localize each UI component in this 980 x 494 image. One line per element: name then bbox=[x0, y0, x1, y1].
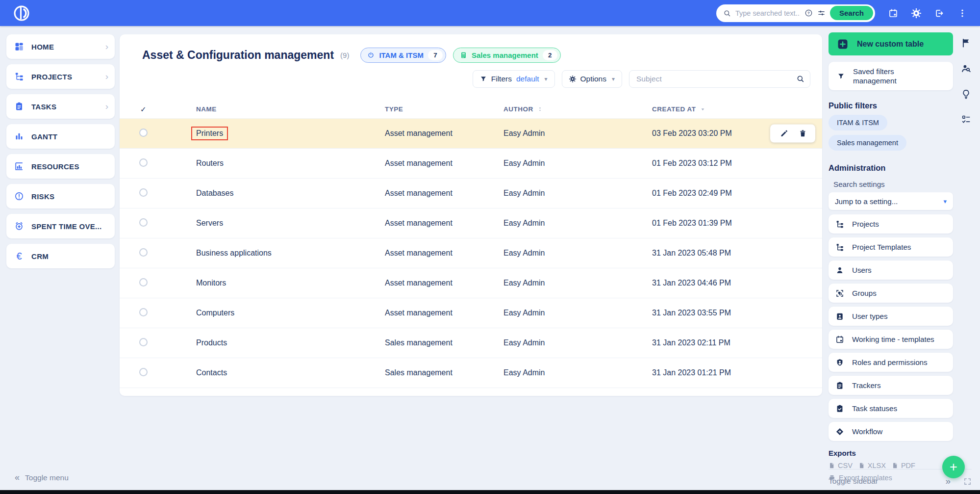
admin-shortcut-button[interactable]: Users bbox=[829, 260, 953, 280]
public-filter-pill[interactable]: Sales management bbox=[829, 135, 906, 151]
column-header[interactable]: TYPE bbox=[375, 105, 494, 113]
public-filter-pill[interactable]: ITAM & ITSM bbox=[829, 115, 887, 130]
row-select-radio[interactable] bbox=[139, 278, 148, 286]
rail-icon[interactable] bbox=[961, 38, 971, 48]
row-select-radio[interactable] bbox=[139, 248, 148, 257]
row-type: Asset management bbox=[375, 309, 494, 317]
options-button[interactable]: Options ▾ bbox=[562, 70, 622, 88]
row-name-link[interactable]: Databases bbox=[196, 189, 234, 198]
row-name-link[interactable]: Servers bbox=[196, 219, 223, 228]
admin-shortcut-button[interactable]: Working time - templates bbox=[829, 330, 953, 349]
admin-shortcut-icon bbox=[835, 404, 845, 413]
sort-icon[interactable] bbox=[700, 106, 706, 112]
delete-icon[interactable] bbox=[799, 130, 807, 138]
table-row[interactable]: Monitors Asset management Easy Admin 31 … bbox=[120, 268, 822, 298]
advanced-search-icon[interactable] bbox=[817, 9, 826, 17]
row-name-link[interactable]: Computers bbox=[196, 309, 234, 317]
sidebar-item[interactable]: SPENT TIME OVE... bbox=[6, 214, 115, 238]
sidebar-item-label: PROJECTS bbox=[31, 73, 72, 81]
table-row[interactable]: Servers Asset management Easy Admin 01 F… bbox=[120, 208, 822, 238]
table-row[interactable]: Computers Asset management Easy Admin 31… bbox=[120, 298, 822, 328]
sidebar-item[interactable]: RISKS bbox=[6, 184, 115, 208]
toggle-sidebar-label[interactable]: Toggle sidebar bbox=[829, 477, 878, 486]
row-select-radio[interactable] bbox=[139, 158, 148, 167]
sidebar-item-icon bbox=[14, 102, 25, 111]
filter-tag[interactable]: ITAM & ITSM 7 bbox=[360, 48, 446, 63]
row-created-at: 01 Feb 2023 02:49 PM bbox=[642, 189, 822, 198]
row-name-link[interactable]: Monitors bbox=[196, 279, 226, 287]
search-help-icon[interactable]: ? bbox=[804, 9, 813, 17]
toggle-menu[interactable]: « Toggle menu bbox=[15, 472, 69, 483]
search-button[interactable]: Search bbox=[830, 6, 873, 20]
table-row[interactable]: Routers Asset management Easy Admin 01 F… bbox=[120, 149, 822, 179]
column-header[interactable]: CREATED AT bbox=[642, 105, 822, 113]
column-header[interactable]: NAME bbox=[186, 105, 375, 113]
admin-shortcut-button[interactable]: Trackers bbox=[829, 376, 953, 395]
export-format-link[interactable]: PDF bbox=[892, 462, 915, 469]
subject-search-input[interactable] bbox=[629, 70, 810, 88]
row-created-at: 31 Jan 2023 01:21 PM bbox=[642, 368, 822, 377]
rail-icon[interactable] bbox=[961, 114, 971, 125]
row-author: Easy Admin bbox=[494, 129, 642, 138]
export-format-link[interactable]: CSV bbox=[829, 462, 853, 469]
admin-shortcut-button[interactable]: Project Templates bbox=[829, 237, 953, 257]
saved-filters-button[interactable]: Saved filters management bbox=[829, 62, 953, 90]
row-select-radio[interactable] bbox=[139, 338, 148, 346]
filters-button[interactable]: Filters default ▾ bbox=[473, 70, 555, 88]
rail-icon[interactable] bbox=[961, 63, 971, 74]
logout-icon[interactable] bbox=[934, 8, 944, 18]
edit-icon[interactable] bbox=[780, 130, 788, 138]
new-custom-table-button[interactable]: New custom table bbox=[829, 32, 953, 55]
jump-to-setting-select[interactable]: Jump to a setting... ▾ bbox=[829, 192, 953, 210]
filter-tag[interactable]: Sales management 2 bbox=[453, 48, 561, 63]
row-select-radio[interactable] bbox=[139, 218, 148, 227]
sidebar-item-icon bbox=[14, 72, 25, 81]
left-sidebar: HOME › PROJECTS › TASKS › GANTT bbox=[6, 34, 115, 274]
row-select-radio[interactable] bbox=[139, 129, 148, 137]
rail-icon[interactable] bbox=[961, 89, 971, 99]
row-name-link[interactable]: Routers bbox=[196, 159, 224, 168]
table-row[interactable]: Business applications Asset management E… bbox=[120, 238, 822, 268]
row-name-link[interactable]: Printers bbox=[191, 127, 228, 140]
admin-shortcut-button[interactable]: Workflow bbox=[829, 422, 953, 441]
row-name-link[interactable]: Products bbox=[196, 338, 227, 347]
new-custom-table-label: New custom table bbox=[857, 40, 924, 49]
admin-shortcut-button[interactable]: User types bbox=[829, 307, 953, 326]
export-format-label: CSV bbox=[838, 462, 853, 469]
table-row[interactable]: Products Sales management Easy Admin 31 … bbox=[120, 328, 822, 358]
search-icon[interactable] bbox=[796, 75, 804, 83]
row-author: Easy Admin bbox=[494, 338, 642, 347]
admin-shortcut-button[interactable]: Task statuses bbox=[829, 399, 953, 418]
calendar-icon[interactable] bbox=[888, 8, 898, 18]
table-row[interactable]: Printers Asset management Easy Admin 03 … bbox=[120, 119, 822, 149]
sidebar-item[interactable]: € CRM bbox=[6, 244, 115, 268]
fullscreen-icon[interactable] bbox=[963, 477, 972, 486]
sidebar-item[interactable]: PROJECTS › bbox=[6, 64, 115, 89]
select-all-check[interactable]: ✓ bbox=[140, 105, 186, 114]
row-name-link[interactable]: Business applications bbox=[196, 249, 272, 258]
row-type: Asset management bbox=[375, 189, 494, 198]
table-row[interactable]: Databases Asset management Easy Admin 01… bbox=[120, 179, 822, 208]
settings-icon[interactable] bbox=[911, 8, 921, 18]
admin-shortcut-button[interactable]: Groups bbox=[829, 284, 953, 303]
table-row[interactable]: Contacts Sales management Easy Admin 31 … bbox=[120, 358, 822, 388]
sort-icon[interactable] bbox=[537, 106, 543, 112]
row-name-link[interactable]: Contacts bbox=[196, 368, 227, 377]
sidebar-item[interactable]: GANTT bbox=[6, 124, 115, 149]
row-select-radio[interactable] bbox=[139, 368, 148, 376]
export-format-link[interactable]: XLSX bbox=[858, 462, 886, 469]
sidebar-item[interactable]: HOME › bbox=[6, 34, 115, 59]
more-menu-icon[interactable] bbox=[957, 8, 967, 18]
app-logo-icon[interactable] bbox=[13, 4, 30, 22]
row-author: Easy Admin bbox=[494, 249, 642, 258]
admin-shortcut-button[interactable]: Projects bbox=[829, 214, 953, 234]
row-select-radio[interactable] bbox=[139, 188, 148, 197]
sidebar-item[interactable]: TASKS › bbox=[6, 94, 115, 119]
add-fab-button[interactable]: + bbox=[942, 456, 965, 478]
row-author: Easy Admin bbox=[494, 279, 642, 287]
global-search-input[interactable] bbox=[735, 9, 800, 17]
admin-shortcut-button[interactable]: Roles and permissions bbox=[829, 353, 953, 372]
column-header[interactable]: AUTHOR bbox=[494, 105, 642, 113]
sidebar-item[interactable]: RESOURCES bbox=[6, 154, 115, 179]
row-select-radio[interactable] bbox=[139, 308, 148, 316]
